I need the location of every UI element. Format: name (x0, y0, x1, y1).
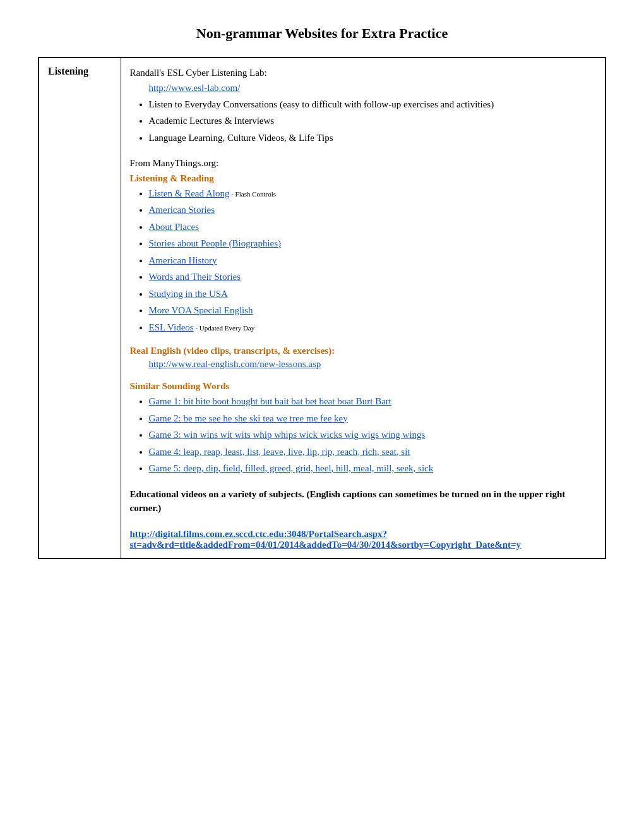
label-cell: Listening (39, 57, 121, 559)
list-item: Language Learning, Culture Videos, & Lif… (149, 131, 597, 145)
game2-link[interactable]: Game 2: be me see he she ski tea we tree… (149, 413, 348, 423)
list-item: Listen to Everyday Conversations (easy t… (149, 97, 597, 112)
list-item: Game 4: leap, reap, least, list, leave, … (149, 445, 597, 459)
listening-reading-heading: Listening & Reading (130, 173, 597, 184)
list-item: Listen & Read Along - Flash Controls (149, 186, 597, 201)
list-item: About Places (149, 220, 597, 234)
games-list: Game 1: bit bite boot bought but bait ba… (130, 394, 597, 476)
content-cell: Randall's ESL Cyber Listening Lab: http:… (121, 57, 605, 559)
randalls-section: Randall's ESL Cyber Listening Lab: http:… (130, 66, 597, 145)
more-voa-link[interactable]: More VOA Special English (149, 305, 253, 315)
list-item: Game 3: win wins wit wits whip whips wic… (149, 428, 597, 442)
stories-people-link[interactable]: Stories about People (Biographies) (149, 238, 282, 248)
main-table: Listening Randall's ESL Cyber Listening … (38, 57, 606, 559)
randalls-intro: Randall's ESL Cyber Listening Lab: (130, 66, 597, 80)
list-item: ESL Videos - Updated Every Day (149, 320, 597, 335)
game5-link[interactable]: Game 5: deep, dip, field, filled, greed,… (149, 463, 434, 473)
educational-section: Educational videos on a variety of subje… (130, 487, 597, 550)
list-item: Words and Their Stories (149, 270, 597, 284)
manythings-intro: From ManyThings.org: (130, 156, 597, 171)
studying-usa-link[interactable]: Studying in the USA (149, 289, 228, 299)
manythings-section: From ManyThings.org: Listening & Reading… (130, 156, 597, 334)
real-english-section: Real English (video clips, transcripts, … (130, 346, 597, 370)
flash-controls-note: - Flash Controls (229, 190, 276, 198)
list-item: American Stories (149, 203, 597, 217)
list-item: Studying in the USA (149, 287, 597, 301)
esl-videos-link[interactable]: ESL Videos (149, 322, 194, 332)
listening-label: Listening (48, 66, 88, 76)
updated-note: - Updated Every Day (194, 324, 255, 332)
game3-link[interactable]: Game 3: win wins wit wits whip whips wic… (149, 430, 426, 440)
about-places-link[interactable]: About Places (149, 222, 200, 232)
list-item: Game 2: be me see he she ski tea we tree… (149, 411, 597, 426)
list-item: American History (149, 253, 597, 268)
game4-link[interactable]: Game 4: leap, reap, least, list, leave, … (149, 447, 410, 457)
american-stories-link[interactable]: American Stories (149, 205, 215, 215)
randalls-bullets: Listen to Everyday Conversations (easy t… (130, 97, 597, 145)
listen-read-along-link[interactable]: Listen & Read Along (149, 188, 230, 198)
american-history-link[interactable]: American History (149, 255, 217, 265)
similar-sounding-heading: Similar Sounding Words (130, 381, 597, 392)
list-item: More VOA Special English (149, 303, 597, 318)
real-english-url[interactable]: http://www.real-english.com/new-lessons.… (149, 359, 321, 369)
randalls-url[interactable]: http://www.esl-lab.com/ (149, 83, 241, 93)
manythings-links-list: Listen & Read Along - Flash Controls Ame… (130, 186, 597, 335)
list-item: Academic Lectures & Interviews (149, 114, 597, 128)
similar-sounding-section: Similar Sounding Words Game 1: bit bite … (130, 381, 597, 476)
list-item: Game 5: deep, dip, field, filled, greed,… (149, 461, 597, 476)
digital-films-url[interactable]: http://digital.films.com.ez.sccd.ctc.edu… (130, 529, 522, 550)
list-item: Stories about People (Biographies) (149, 236, 597, 251)
educational-text-rest: ducational videos on a variety of subjec… (130, 489, 566, 514)
words-stories-link[interactable]: Words and Their Stories (149, 272, 241, 282)
page-title: Non-grammar Websites for Extra Practice (38, 25, 606, 42)
real-english-heading: Real English (video clips, transcripts, … (130, 346, 597, 356)
game1-link[interactable]: Game 1: bit bite boot bought but bait ba… (149, 396, 392, 406)
list-item: Game 1: bit bite boot bought but bait ba… (149, 394, 597, 409)
educational-text: Educational videos on a variety of subje… (130, 487, 597, 516)
